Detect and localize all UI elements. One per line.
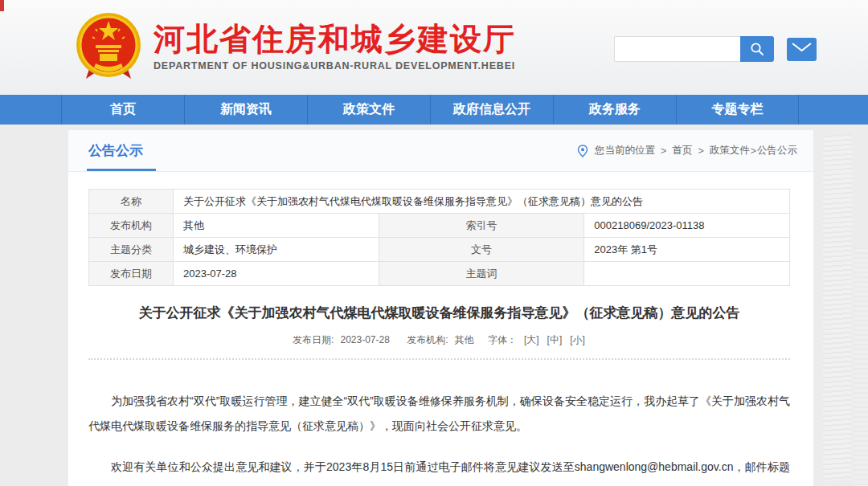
meta-value-index: 000218069/2023-01138 bbox=[584, 214, 790, 238]
mail-button[interactable] bbox=[787, 38, 817, 61]
nav-item-info-public[interactable]: 政府信息公开 bbox=[430, 95, 553, 125]
tab-announcements[interactable]: 公告公示 bbox=[88, 130, 143, 171]
corner-decoration bbox=[0, 0, 4, 11]
meta-label-name: 名称 bbox=[89, 190, 174, 214]
nav-item-home[interactable]: 首页 bbox=[61, 95, 184, 125]
meta-label-date: 发布日期 bbox=[89, 262, 174, 286]
meta-label-topic: 主题分类 bbox=[89, 238, 174, 262]
location-pin-icon bbox=[577, 145, 588, 157]
article-title: 关于公开征求《关于加强农村气代煤电代煤取暖设备维保服务指导意见》（征求意见稿）意… bbox=[88, 304, 790, 322]
site-brand[interactable]: 河北省住房和城乡建设厅 DEPARTMENT OF HOUSING&URBAN-… bbox=[75, 11, 516, 82]
meta-date-label: 发布日期: bbox=[293, 334, 334, 345]
nav-item-news[interactable]: 新闻资讯 bbox=[184, 95, 307, 125]
site-subtitle: DEPARTMENT OF HOUSING&URBAN-RURAL DEVELO… bbox=[154, 60, 516, 71]
breadcrumb-announcements[interactable]: 公告公示 bbox=[757, 144, 797, 157]
nav-item-policy[interactable]: 政策文件 bbox=[307, 95, 430, 125]
content-card: 公告公示 您当前的位置 > 首页 > 政策文件 > 公告公示 名称 bbox=[68, 130, 813, 486]
site-header: 河北省住房和城乡建设厅 DEPARTMENT OF HOUSING&URBAN-… bbox=[0, 0, 868, 95]
breadcrumb-policy[interactable]: 政策文件 bbox=[710, 144, 750, 157]
table-row: 发布日期 2023-07-28 主题词 bbox=[89, 262, 790, 286]
meta-org-label: 发布机构: bbox=[407, 334, 448, 345]
font-size-label: 字体： bbox=[488, 334, 517, 345]
main-nav: 首页 新闻资讯 政策文件 政府信息公开 政务服务 专题专栏 bbox=[0, 95, 868, 125]
meta-label-keyword: 主题词 bbox=[379, 262, 584, 286]
meta-value-docno: 2023年 第1号 bbox=[584, 238, 790, 262]
meta-value-topic: 城乡建设、环境保护 bbox=[174, 238, 379, 262]
meta-label-index: 索引号 bbox=[379, 214, 584, 238]
meta-label-org: 发布机构 bbox=[89, 214, 174, 238]
search-icon bbox=[750, 42, 764, 56]
table-row: 发布机构 其他 索引号 000218069/2023-01138 bbox=[89, 214, 790, 238]
meta-label-docno: 文号 bbox=[379, 238, 584, 262]
meta-value-date: 2023-07-28 bbox=[174, 262, 379, 286]
font-size-small-button[interactable]: [小] bbox=[570, 334, 585, 345]
search-button[interactable] bbox=[740, 36, 774, 62]
site-title: 河北省住房和城乡建设厅 bbox=[154, 22, 516, 58]
table-row: 主题分类 城乡建设、环境保护 文号 2023年 第1号 bbox=[89, 238, 790, 262]
meta-value-name: 关于公开征求《关于加强农村气代煤电代煤取暖设备维保服务指导意见》（征求意见稿）意… bbox=[174, 190, 790, 214]
breadcrumb-prefix: 您当前的位置 bbox=[595, 144, 655, 157]
table-row: 名称 关于公开征求《关于加强农村气代煤电代煤取暖设备维保服务指导意见》（征求意见… bbox=[89, 190, 790, 214]
page: 河北省住房和城乡建设厅 DEPARTMENT OF HOUSING&URBAN-… bbox=[0, 0, 868, 486]
nav-item-specials[interactable]: 专题专栏 bbox=[676, 95, 799, 125]
meta-value-keyword bbox=[584, 262, 790, 286]
nav-item-services[interactable]: 政务服务 bbox=[553, 95, 676, 125]
tab-active-underline bbox=[87, 169, 156, 171]
meta-date: 2023-07-28 bbox=[340, 334, 389, 345]
font-size-large-button[interactable]: [大] bbox=[524, 334, 539, 345]
meta-value-org: 其他 bbox=[174, 214, 379, 238]
dotted-divider bbox=[88, 358, 790, 360]
breadcrumb: 您当前的位置 > 首页 > 政策文件 > 公告公示 bbox=[577, 144, 797, 157]
background-building-watermark bbox=[812, 127, 868, 486]
section-bar: 公告公示 您当前的位置 > 首页 > 政策文件 > 公告公示 bbox=[68, 130, 813, 172]
breadcrumb-home[interactable]: 首页 bbox=[672, 144, 692, 157]
meta-org: 其他 bbox=[455, 334, 474, 345]
mail-icon bbox=[791, 42, 813, 57]
search-box bbox=[614, 36, 774, 62]
article-meta: 发布日期:2023-07-28 发布机构:其他 字体：[大][中][小] bbox=[88, 333, 790, 347]
document-meta-table: 名称 关于公开征求《关于加强农村气代煤电代煤取暖设备维保服务指导意见》（征求意见… bbox=[88, 189, 790, 286]
tab-label: 公告公示 bbox=[88, 141, 143, 160]
article: 关于公开征求《关于加强农村气代煤电代煤取暖设备维保服务指导意见》（征求意见稿）意… bbox=[68, 304, 813, 486]
search-input[interactable] bbox=[614, 36, 740, 62]
national-emblem-icon bbox=[75, 11, 142, 82]
font-size-medium-button[interactable]: [中] bbox=[547, 334, 563, 345]
article-paragraph: 欢迎有关单位和公众提出意见和建议，并于2023年8月15日前通过电子邮件将意见建… bbox=[88, 455, 790, 486]
article-paragraph: 为加强我省农村“双代”取暖运行管理，建立健全“双代”取暖设备维修保养服务机制，确… bbox=[88, 389, 790, 439]
